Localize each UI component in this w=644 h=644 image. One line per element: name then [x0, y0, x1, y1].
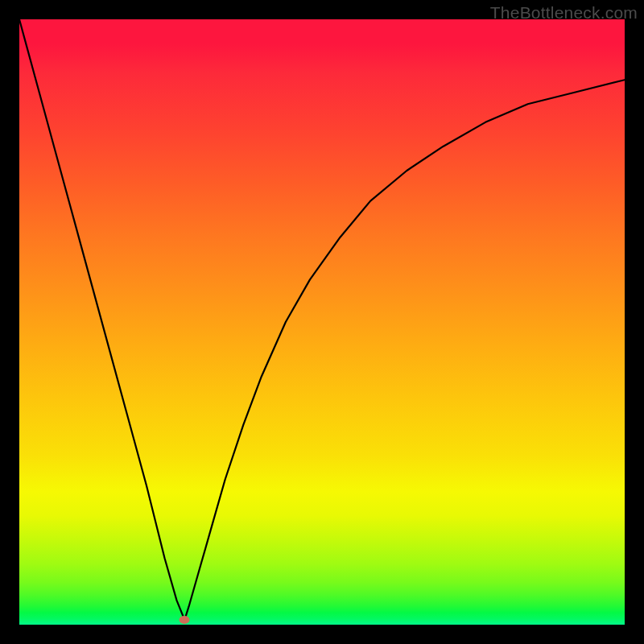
bottleneck-curve — [19, 19, 625, 625]
bottleneck-marker — [180, 616, 190, 624]
curve-path — [19, 19, 625, 620]
chart-frame: TheBottleneck.com — [0, 0, 644, 644]
plot-area — [19, 19, 625, 625]
watermark-text: TheBottleneck.com — [490, 3, 638, 23]
